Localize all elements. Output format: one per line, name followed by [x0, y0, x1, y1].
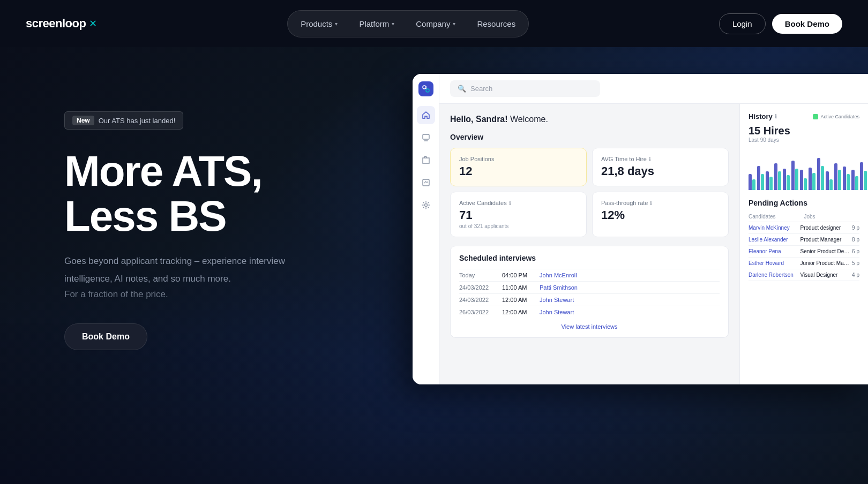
announcement-badge: New Our ATS has just landed!	[64, 111, 183, 130]
hero-section: New Our ATS has just landed! More ATS, L…	[0, 47, 868, 484]
navbar: screenloop ✕ Products ▾ Platform ▾ Compa…	[0, 0, 868, 47]
nav-resources[interactable]: Resources	[467, 15, 525, 33]
hero-subtitle: Goes beyond applicant tracking – experie…	[64, 254, 375, 268]
logo-icon: ✕	[89, 18, 97, 29]
badge-text: Our ATS has just landed!	[99, 117, 176, 125]
nav-actions: Login Book Demo	[719, 13, 842, 34]
nav-company[interactable]: Company ▾	[406, 15, 465, 33]
hero-title: More ATS, Less BS	[64, 149, 375, 239]
nav-products[interactable]: Products ▾	[291, 15, 347, 33]
hero-subtitle3: For a fraction of the price.	[64, 289, 375, 300]
nav-menu: Products ▾ Platform ▾ Company ▾ Resource…	[287, 10, 529, 37]
login-button[interactable]: Login	[719, 13, 766, 34]
logo-text: screenloop	[26, 17, 86, 31]
hero-subtitle2: intelligence, AI notes, and so much more…	[64, 271, 375, 286]
book-demo-nav-button[interactable]: Book Demo	[772, 14, 842, 34]
hero-content: New Our ATS has just landed! More ATS, L…	[0, 47, 868, 350]
hero-book-demo-button[interactable]: Book Demo	[64, 323, 147, 350]
badge-new-label: New	[72, 116, 94, 125]
chevron-down-icon: ▾	[392, 21, 394, 27]
logo[interactable]: screenloop ✕	[26, 17, 97, 31]
hero-left: New Our ATS has just landed! More ATS, L…	[64, 90, 375, 350]
chevron-down-icon: ▾	[335, 21, 338, 27]
nav-platform[interactable]: Platform ▾	[349, 15, 404, 33]
chevron-down-icon: ▾	[453, 21, 455, 27]
